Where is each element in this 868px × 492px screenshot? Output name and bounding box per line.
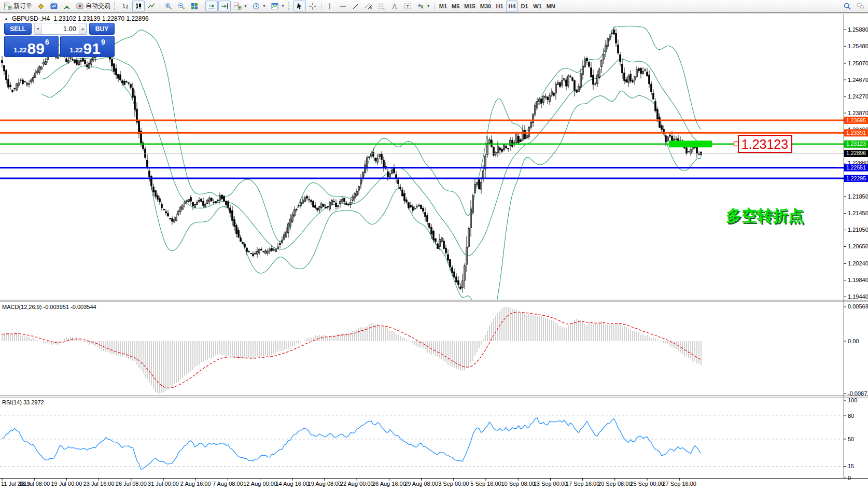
collapse-triangle-icon[interactable]: ▲	[4, 17, 8, 21]
dropdown-caret-icon: ▼	[244, 4, 247, 8]
candlestick-series	[2, 27, 702, 293]
templates-button[interactable]: ▼	[269, 1, 287, 11]
text-label-tool-button[interactable]: T	[401, 1, 414, 11]
svg-text:2 Aug 16:00: 2 Aug 16:00	[180, 481, 211, 487]
svg-text:1.22295: 1.22295	[846, 175, 866, 181]
horizontal-level-lines[interactable]	[0, 120, 844, 178]
svg-text:1.25880: 1.25880	[848, 26, 868, 33]
svg-text:1.20650: 1.20650	[848, 243, 868, 249]
autotrade-button[interactable]: 自动交易	[74, 1, 113, 11]
time-axis[interactable]: 11 Jul 201916 Jul 08:0019 Jul 00:0023 Ju…	[1, 479, 696, 487]
macd-axis[interactable]: 0.0056920.00-0.008717	[844, 303, 868, 396]
chart-canvas[interactable]: 1.258801.254801.250701.246701.242701.238…	[0, 12, 868, 492]
timeframe-m30-button[interactable]: M30	[478, 1, 493, 11]
svg-text:14 Aug 16:00: 14 Aug 16:00	[275, 481, 309, 487]
timeframe-d1-button[interactable]: D1	[519, 1, 530, 11]
rsi-axis[interactable]: 1008050150	[844, 397, 857, 481]
navigator-icon	[50, 2, 58, 10]
chart-annotation[interactable]: 多空转折点 多空转折点	[726, 207, 805, 226]
svg-text:0.00: 0.00	[848, 338, 859, 344]
volume-stepper: ▼ ▲	[34, 23, 87, 35]
svg-text:1.21850: 1.21850	[848, 193, 868, 200]
zoom-in-button[interactable]	[162, 1, 175, 11]
channel-tool-button[interactable]: E	[362, 1, 375, 11]
timeframe-h1-button[interactable]: H1	[494, 1, 506, 11]
svg-text:26 Jul 08:00: 26 Jul 08:00	[116, 481, 147, 487]
svg-text:50: 50	[848, 436, 854, 442]
chart-shift-button[interactable]	[218, 1, 231, 11]
zoom-out-button[interactable]	[175, 1, 188, 11]
horizontal-line-tool-button[interactable]	[337, 1, 349, 11]
vertical-line-tool-button[interactable]	[324, 1, 336, 11]
price-callout[interactable]: 1.23123	[734, 135, 792, 152]
svg-text:0: 0	[848, 475, 851, 481]
horizontal-line-icon	[339, 2, 347, 10]
indicators-icon	[233, 2, 242, 10]
volume-increase-button[interactable]: ▲	[79, 23, 87, 34]
zoom-out-icon	[177, 2, 186, 10]
cursor-button[interactable]	[293, 1, 306, 11]
svg-text:1.20240: 1.20240	[848, 260, 868, 266]
one-click-trading-panel: SELL ▼ ▲ BUY 1.22 89 6 1.22 91 9	[4, 23, 115, 57]
new-order-icon	[4, 2, 12, 10]
timeframe-h4-button[interactable]: H4	[506, 1, 518, 11]
toolbar-separator	[160, 2, 160, 10]
buy-button[interactable]: BUY	[89, 23, 115, 35]
periods-clock-icon	[252, 2, 260, 10]
sell-button[interactable]: SELL	[4, 23, 32, 35]
auto-scroll-button[interactable]	[205, 1, 218, 11]
tile-windows-button[interactable]	[188, 1, 201, 11]
svg-text:80: 80	[848, 413, 854, 419]
search-button[interactable]	[841, 1, 853, 11]
timeframe-m15-button[interactable]: M15	[462, 1, 477, 11]
text-tool-button[interactable]: A	[388, 1, 401, 11]
timeframe-m1-button[interactable]: M1	[437, 1, 449, 11]
chart-symbol-header: ▲ GBPUSD-,H4 1.23102 1.23139 1.22870 1.2…	[4, 15, 149, 22]
crosshair-button[interactable]	[306, 1, 319, 11]
callout-anchor-handle[interactable]	[734, 142, 738, 146]
timeframe-mn-button[interactable]: MN	[544, 1, 557, 11]
fibonacci-tool-button[interactable]: F	[375, 1, 388, 11]
svg-text:25 Sep 00:00: 25 Sep 00:00	[630, 481, 664, 487]
candlestick-chart-icon	[134, 2, 143, 10]
candle-chart-button[interactable]	[132, 1, 145, 11]
svg-text:1.22896: 1.22896	[846, 150, 866, 156]
macd-indicator-label: MACD(12,26,9) -0.003951 -0.003544	[2, 304, 96, 310]
bar-chart-icon	[121, 2, 130, 10]
bar-chart-button[interactable]	[119, 1, 132, 11]
navigator-button[interactable]	[48, 1, 60, 11]
price-axis[interactable]: 1.258801.254801.250701.246701.242701.238…	[844, 26, 868, 300]
pivot-highlight-zone[interactable]	[669, 140, 712, 147]
svg-text:1.22551: 1.22551	[846, 164, 866, 171]
auto-scroll-icon	[207, 2, 216, 10]
svg-text:22 Aug 00:00: 22 Aug 00:00	[340, 481, 374, 487]
volume-input[interactable]	[42, 23, 79, 34]
toolbar-separator	[435, 2, 435, 10]
volume-decrease-button[interactable]: ▼	[34, 23, 42, 34]
timeframe-w1-button[interactable]: W1	[531, 1, 544, 11]
signals-button[interactable]	[61, 1, 73, 11]
svg-text:1.23391: 1.23391	[846, 130, 866, 136]
macd-series	[2, 307, 701, 393]
new-order-button[interactable]: 新订单	[2, 1, 34, 11]
svg-text:26 Aug 16:00: 26 Aug 16:00	[372, 481, 406, 487]
svg-text:5 Sep 16:00: 5 Sep 16:00	[470, 481, 501, 487]
buy-price-prefix: 1.22	[69, 46, 82, 54]
svg-text:100: 100	[848, 397, 857, 403]
market-watch-button[interactable]	[35, 1, 47, 11]
sell-price-prefix: 1.22	[13, 46, 26, 54]
svg-text:19 Jul 00:00: 19 Jul 00:00	[51, 481, 82, 487]
rsi-indicator-label: RSI(14) 33.2972	[2, 399, 44, 405]
arrows-tool-button[interactable]: ▼	[414, 1, 432, 11]
trendline-tool-button[interactable]	[349, 1, 362, 11]
timeframe-m5-button[interactable]: M5	[450, 1, 461, 11]
indicators-button[interactable]: ▼	[231, 1, 249, 11]
periods-button[interactable]: ▼	[250, 1, 268, 11]
buy-price-box[interactable]: 1.22 91 9	[60, 36, 115, 57]
line-chart-button[interactable]	[145, 1, 158, 11]
community-chat-button[interactable]	[854, 1, 866, 11]
autotrade-label: 自动交易	[86, 2, 110, 10]
svg-text:T: T	[406, 4, 409, 9]
chart-window[interactable]: 1.258801.254801.250701.246701.242701.238…	[0, 12, 868, 492]
sell-price-box[interactable]: 1.22 89 6	[4, 36, 59, 57]
